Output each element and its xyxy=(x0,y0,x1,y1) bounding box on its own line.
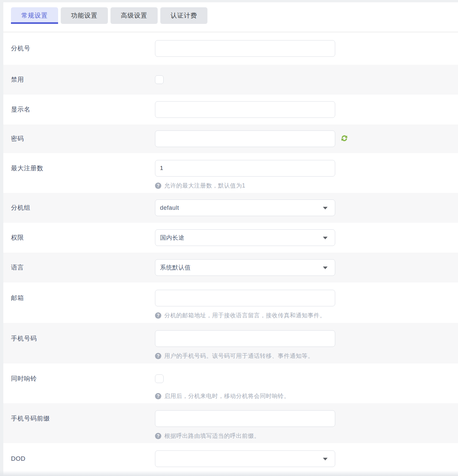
help-icon xyxy=(155,433,161,439)
tab-advanced-settings[interactable]: 高级设置 xyxy=(111,7,158,24)
mobile-prefix-input[interactable] xyxy=(155,410,335,427)
field-control-cell: 允许的最大注册数，默认值为1 xyxy=(155,160,458,190)
help-text-mobile-number: 用户的手机号码。该号码可用于通话转移、事件通知等。 xyxy=(164,352,314,360)
chevron-down-icon xyxy=(323,237,328,239)
tab-auth-billing[interactable]: 认证计费 xyxy=(160,7,207,24)
chevron-down-icon xyxy=(323,267,328,269)
field-label-mobile-number: 手机号码 xyxy=(11,330,155,347)
form-rows: 分机号禁用显示名密码最大注册数允许的最大注册数，默认值为1分机组default权… xyxy=(3,32,458,476)
field-label-cell: 手机号码前缀 xyxy=(3,410,155,427)
tab-feature-settings[interactable]: 功能设置 xyxy=(61,7,108,24)
form-row-ring-simultaneously: 同时响铃启用后，分机来电时，移动分机将会同时响铃。 xyxy=(3,363,458,403)
field-control-cell: 分机的邮箱地址，用于接收语言留言，接收传真和通知事件。 xyxy=(155,290,458,319)
field-label-cell: 权限 xyxy=(3,229,155,246)
field-control-cell xyxy=(155,71,458,88)
tab-general-settings[interactable]: 常规设置 xyxy=(11,7,58,24)
field-label-extension-group: 分机组 xyxy=(11,199,155,216)
tab-label: 功能设置 xyxy=(71,11,98,20)
control-line xyxy=(155,450,458,467)
field-control-cell: 国内长途 xyxy=(155,229,458,246)
help-icon xyxy=(155,353,161,359)
form-row-max-registrations: 最大注册数允许的最大注册数，默认值为1 xyxy=(3,153,458,193)
dod-select[interactable] xyxy=(155,450,335,467)
field-label-cell: 分机组 xyxy=(3,199,155,216)
control-line xyxy=(155,71,458,88)
field-label-mobile-prefix: 手机号码前缀 xyxy=(11,410,155,427)
field-label-dod: DOD xyxy=(11,450,155,467)
field-label-cell: 邮箱 xyxy=(3,290,155,306)
control-line: default xyxy=(155,199,458,216)
control-line: 国内长途 xyxy=(155,229,458,246)
field-label-cell: DOD xyxy=(3,450,155,467)
field-control-cell xyxy=(155,40,458,57)
field-control-cell xyxy=(155,450,458,467)
settings-page: 常规设置 功能设置 高级设置 认证计费 分机号禁用显示名密码最大注册数允许的最大… xyxy=(0,0,458,476)
help-line-ring-simultaneously: 启用后，分机来电时，移动分机将会同时响铃。 xyxy=(155,392,458,400)
field-control-cell: 启用后，分机来电时，移动分机将会同时响铃。 xyxy=(155,370,458,400)
settings-panel: 常规设置 功能设置 高级设置 认证计费 分机号禁用显示名密码最大注册数允许的最大… xyxy=(3,2,458,476)
help-text-max-registrations: 允许的最大注册数，默认值为1 xyxy=(164,182,245,190)
max-registrations-input[interactable] xyxy=(155,160,335,177)
password-input[interactable] xyxy=(155,130,335,147)
regenerate-password-button[interactable] xyxy=(341,135,348,142)
control-line: 系统默认值 xyxy=(155,259,458,276)
field-label-language: 语言 xyxy=(11,259,155,276)
form-row-email: 邮箱分机的邮箱地址，用于接收语言留言，接收传真和通知事件。 xyxy=(3,282,458,323)
extension-group-select[interactable]: default xyxy=(155,199,335,216)
refresh-icon xyxy=(341,135,348,143)
field-label-email: 邮箱 xyxy=(11,290,155,306)
control-line xyxy=(155,40,458,57)
control-line xyxy=(155,130,458,147)
form-row-extension-group: 分机组default xyxy=(3,193,458,223)
control-line xyxy=(155,290,458,306)
extension-number-input[interactable] xyxy=(155,40,335,57)
help-icon xyxy=(155,312,161,319)
field-label-cell: 密码 xyxy=(3,130,155,147)
control-line xyxy=(155,370,458,387)
language-select[interactable]: 系统默认值 xyxy=(155,259,335,276)
field-control-cell: default xyxy=(155,199,458,216)
field-control-cell xyxy=(155,101,458,118)
field-control-cell: 系统默认值 xyxy=(155,259,458,276)
form-row-language: 语言系统默认值 xyxy=(3,253,458,282)
mobile-number-input[interactable] xyxy=(155,330,335,347)
field-label-password: 密码 xyxy=(11,130,155,147)
tab-label: 常规设置 xyxy=(21,11,48,20)
field-label-cell: 手机号码 xyxy=(3,330,155,347)
field-label-permission: 权限 xyxy=(11,229,155,246)
chevron-down-icon xyxy=(323,458,328,460)
help-icon xyxy=(155,183,161,189)
help-text-mobile-prefix: 根据呼出路由填写适当的呼出前缀。 xyxy=(164,432,260,440)
form-row-disable: 禁用 xyxy=(3,65,458,95)
field-label-cell: 分机号 xyxy=(3,40,155,57)
permission-select-value: 国内长途 xyxy=(160,234,185,242)
field-label-display-name: 显示名 xyxy=(11,101,155,118)
form-row-mobile-prefix: 手机号码前缀根据呼出路由填写适当的呼出前缀。 xyxy=(3,403,458,443)
tab-bar: 常规设置 功能设置 高级设置 认证计费 xyxy=(3,2,458,32)
active-tab-underline xyxy=(11,22,58,24)
field-control-cell: 用户的手机号码。该号码可用于通话转移、事件通知等。 xyxy=(155,330,458,360)
form-row-permission: 权限国内长途 xyxy=(3,223,458,253)
email-input[interactable] xyxy=(155,290,335,306)
display-name-input[interactable] xyxy=(155,101,335,118)
control-line xyxy=(155,101,458,118)
field-label-extension-number: 分机号 xyxy=(11,40,155,57)
field-label-ring-simultaneously: 同时响铃 xyxy=(11,370,155,387)
form-row-mobile-number: 手机号码用户的手机号码。该号码可用于通话转移、事件通知等。 xyxy=(3,323,458,363)
field-label-disable: 禁用 xyxy=(11,71,155,88)
disable-checkbox[interactable] xyxy=(155,75,164,84)
field-control-cell xyxy=(155,130,458,147)
field-label-cell: 语言 xyxy=(3,259,155,276)
permission-select[interactable]: 国内长途 xyxy=(155,229,335,246)
help-line-email: 分机的邮箱地址，用于接收语言留言，接收传真和通知事件。 xyxy=(155,311,458,319)
control-line xyxy=(155,410,458,427)
form-row-password: 密码 xyxy=(3,124,458,153)
extension-group-select-value: default xyxy=(160,204,179,211)
field-label-max-registrations: 最大注册数 xyxy=(11,160,155,177)
ring-simultaneously-checkbox[interactable] xyxy=(155,374,164,383)
chevron-down-icon xyxy=(323,207,328,209)
language-select-value: 系统默认值 xyxy=(160,264,191,272)
control-line xyxy=(155,160,458,177)
help-line-mobile-prefix: 根据呼出路由填写适当的呼出前缀。 xyxy=(155,432,458,440)
help-text-email: 分机的邮箱地址，用于接收语言留言，接收传真和通知事件。 xyxy=(164,311,326,319)
